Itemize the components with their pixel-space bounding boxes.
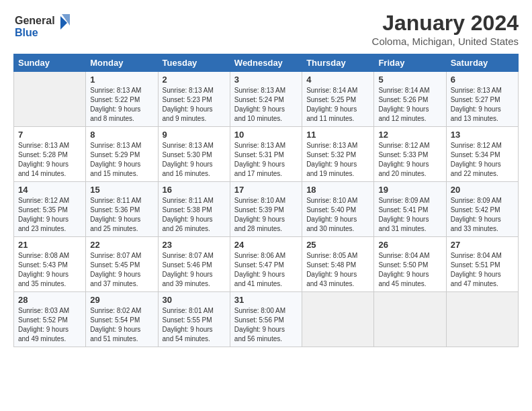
calendar-cell: 2Sunrise: 8:13 AM Sunset: 5:23 PM Daylig… (158, 72, 230, 127)
location: Coloma, Michigan, United States (372, 36, 519, 47)
cell-info: Sunrise: 8:00 AM Sunset: 5:56 PM Dayligh… (234, 306, 298, 344)
calendar-cell: 21Sunrise: 8:08 AM Sunset: 5:43 PM Dayli… (14, 237, 86, 292)
col-saturday: Saturday (446, 54, 518, 72)
calendar-cell: 28Sunrise: 8:03 AM Sunset: 5:52 PM Dayli… (14, 292, 86, 347)
calendar-cell: 27Sunrise: 8:04 AM Sunset: 5:51 PM Dayli… (446, 237, 518, 292)
day-number: 30 (163, 295, 226, 305)
cell-info: Sunrise: 8:09 AM Sunset: 5:42 PM Dayligh… (451, 196, 514, 234)
day-number: 21 (18, 240, 81, 250)
col-thursday: Thursday (302, 54, 374, 72)
day-number: 15 (90, 185, 153, 195)
cell-info: Sunrise: 8:05 AM Sunset: 5:48 PM Dayligh… (306, 251, 369, 289)
cell-info: Sunrise: 8:08 AM Sunset: 5:43 PM Dayligh… (18, 251, 81, 289)
day-number: 23 (163, 240, 226, 250)
day-number: 24 (234, 240, 298, 250)
day-number: 14 (18, 185, 81, 195)
svg-text:General: General (15, 15, 55, 26)
day-number: 2 (163, 75, 226, 85)
cell-info: Sunrise: 8:13 AM Sunset: 5:30 PM Dayligh… (163, 141, 226, 179)
day-number: 31 (234, 295, 298, 305)
day-number: 7 (18, 130, 81, 140)
day-number: 20 (451, 185, 514, 195)
day-number: 28 (18, 295, 81, 305)
col-sunday: Sunday (14, 54, 86, 72)
logo-block: General Blue (13, 11, 74, 43)
calendar-cell (374, 292, 446, 347)
calendar-cell: 7Sunrise: 8:13 AM Sunset: 5:28 PM Daylig… (14, 127, 86, 182)
cell-info: Sunrise: 8:10 AM Sunset: 5:39 PM Dayligh… (234, 196, 298, 234)
cell-info: Sunrise: 8:13 AM Sunset: 5:28 PM Dayligh… (18, 141, 81, 179)
calendar-cell (302, 292, 374, 347)
calendar-week-2: 7Sunrise: 8:13 AM Sunset: 5:28 PM Daylig… (14, 127, 519, 182)
day-number: 3 (234, 75, 298, 85)
title-block: January 2024 Coloma, Michigan, United St… (372, 11, 519, 47)
day-number: 11 (306, 130, 369, 140)
day-number: 26 (378, 240, 441, 250)
month-title: January 2024 (372, 11, 519, 36)
cell-info: Sunrise: 8:14 AM Sunset: 5:25 PM Dayligh… (306, 86, 369, 124)
calendar-cell: 10Sunrise: 8:13 AM Sunset: 5:31 PM Dayli… (230, 127, 302, 182)
calendar-cell (14, 72, 86, 127)
calendar-cell: 6Sunrise: 8:13 AM Sunset: 5:27 PM Daylig… (446, 72, 518, 127)
cell-info: Sunrise: 8:07 AM Sunset: 5:45 PM Dayligh… (90, 251, 153, 289)
calendar-cell: 13Sunrise: 8:12 AM Sunset: 5:34 PM Dayli… (446, 127, 518, 182)
day-number: 12 (378, 130, 441, 140)
day-number: 17 (234, 185, 298, 195)
calendar-cell: 4Sunrise: 8:14 AM Sunset: 5:25 PM Daylig… (302, 72, 374, 127)
svg-text:Blue: Blue (15, 27, 38, 38)
cell-info: Sunrise: 8:04 AM Sunset: 5:51 PM Dayligh… (451, 251, 514, 289)
cell-info: Sunrise: 8:03 AM Sunset: 5:52 PM Dayligh… (18, 306, 81, 344)
calendar-cell: 17Sunrise: 8:10 AM Sunset: 5:39 PM Dayli… (230, 182, 302, 237)
day-number: 16 (163, 185, 226, 195)
calendar-week-1: 1Sunrise: 8:13 AM Sunset: 5:22 PM Daylig… (14, 72, 519, 127)
cell-info: Sunrise: 8:01 AM Sunset: 5:55 PM Dayligh… (163, 306, 226, 344)
cell-info: Sunrise: 8:02 AM Sunset: 5:54 PM Dayligh… (90, 306, 153, 344)
cell-info: Sunrise: 8:14 AM Sunset: 5:26 PM Dayligh… (378, 86, 441, 124)
calendar-cell: 11Sunrise: 8:13 AM Sunset: 5:32 PM Dayli… (302, 127, 374, 182)
calendar-week-5: 28Sunrise: 8:03 AM Sunset: 5:52 PM Dayli… (14, 292, 519, 347)
calendar-cell: 5Sunrise: 8:14 AM Sunset: 5:26 PM Daylig… (374, 72, 446, 127)
cell-info: Sunrise: 8:11 AM Sunset: 5:36 PM Dayligh… (90, 196, 153, 234)
calendar-cell: 24Sunrise: 8:06 AM Sunset: 5:47 PM Dayli… (230, 237, 302, 292)
calendar-cell (446, 292, 518, 347)
calendar-cell: 30Sunrise: 8:01 AM Sunset: 5:55 PM Dayli… (158, 292, 230, 347)
cell-info: Sunrise: 8:13 AM Sunset: 5:32 PM Dayligh… (306, 141, 369, 179)
calendar-cell: 26Sunrise: 8:04 AM Sunset: 5:50 PM Dayli… (374, 237, 446, 292)
calendar-week-4: 21Sunrise: 8:08 AM Sunset: 5:43 PM Dayli… (14, 237, 519, 292)
cell-info: Sunrise: 8:13 AM Sunset: 5:22 PM Dayligh… (90, 86, 153, 124)
calendar-cell: 14Sunrise: 8:12 AM Sunset: 5:35 PM Dayli… (14, 182, 86, 237)
calendar-cell: 15Sunrise: 8:11 AM Sunset: 5:36 PM Dayli… (86, 182, 158, 237)
calendar-header: Sunday Monday Tuesday Wednesday Thursday… (14, 54, 519, 72)
day-number: 19 (378, 185, 441, 195)
logo-icon: General Blue (13, 11, 74, 40)
calendar-cell: 9Sunrise: 8:13 AM Sunset: 5:30 PM Daylig… (158, 127, 230, 182)
cell-info: Sunrise: 8:13 AM Sunset: 5:24 PM Dayligh… (234, 86, 298, 124)
calendar-week-3: 14Sunrise: 8:12 AM Sunset: 5:35 PM Dayli… (14, 182, 519, 237)
day-number: 18 (306, 185, 369, 195)
calendar-cell: 16Sunrise: 8:11 AM Sunset: 5:38 PM Dayli… (158, 182, 230, 237)
day-number: 10 (234, 130, 298, 140)
cell-info: Sunrise: 8:13 AM Sunset: 5:29 PM Dayligh… (90, 141, 153, 179)
calendar-cell: 18Sunrise: 8:10 AM Sunset: 5:40 PM Dayli… (302, 182, 374, 237)
day-number: 8 (90, 130, 153, 140)
day-number: 25 (306, 240, 369, 250)
cell-info: Sunrise: 8:10 AM Sunset: 5:40 PM Dayligh… (306, 196, 369, 234)
calendar-cell: 23Sunrise: 8:07 AM Sunset: 5:46 PM Dayli… (158, 237, 230, 292)
cell-info: Sunrise: 8:06 AM Sunset: 5:47 PM Dayligh… (234, 251, 298, 289)
cell-info: Sunrise: 8:12 AM Sunset: 5:34 PM Dayligh… (451, 141, 514, 179)
cell-info: Sunrise: 8:11 AM Sunset: 5:38 PM Dayligh… (163, 196, 226, 234)
cell-info: Sunrise: 8:09 AM Sunset: 5:41 PM Dayligh… (378, 196, 441, 234)
cell-info: Sunrise: 8:07 AM Sunset: 5:46 PM Dayligh… (163, 251, 226, 289)
calendar-cell: 20Sunrise: 8:09 AM Sunset: 5:42 PM Dayli… (446, 182, 518, 237)
main-container: General Blue January 2024 Coloma, Michig… (0, 0, 532, 354)
col-wednesday: Wednesday (230, 54, 302, 72)
calendar-cell: 29Sunrise: 8:02 AM Sunset: 5:54 PM Dayli… (86, 292, 158, 347)
col-tuesday: Tuesday (158, 54, 230, 72)
day-number: 29 (90, 295, 153, 305)
day-number: 4 (306, 75, 369, 85)
day-number: 9 (163, 130, 226, 140)
cell-info: Sunrise: 8:13 AM Sunset: 5:23 PM Dayligh… (163, 86, 226, 124)
calendar-cell: 1Sunrise: 8:13 AM Sunset: 5:22 PM Daylig… (86, 72, 158, 127)
col-monday: Monday (86, 54, 158, 72)
calendar-table: Sunday Monday Tuesday Wednesday Thursday… (13, 54, 519, 347)
